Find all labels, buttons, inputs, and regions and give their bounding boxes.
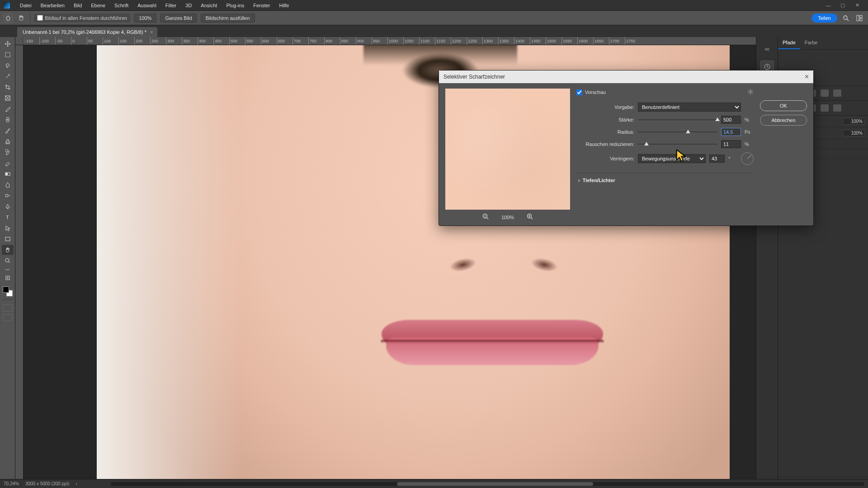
noise-input[interactable] — [721, 140, 741, 148]
history-brush-tool[interactable] — [2, 147, 14, 157]
home-icon[interactable] — [4, 14, 13, 23]
menu-filter[interactable]: Filter — [161, 3, 181, 8]
ruler-tick: 200 — [134, 37, 150, 45]
lasso-tool[interactable] — [2, 61, 14, 70]
horizontal-ruler[interactable]: -150-100-5005010015020025030035040045050… — [24, 37, 756, 45]
brush-tool[interactable] — [2, 126, 14, 136]
marquee-tool[interactable] — [2, 50, 14, 60]
menu-ebene[interactable]: Ebene — [86, 3, 110, 8]
opacity-input[interactable] — [843, 118, 864, 125]
healing-tool[interactable] — [2, 115, 14, 125]
gradient-tool[interactable] — [2, 169, 14, 179]
tool-more-icon[interactable]: ••• — [5, 267, 9, 272]
fit-screen-button[interactable]: Ganzes Bild — [160, 14, 197, 23]
zoom-100-button[interactable]: 100% — [134, 14, 156, 23]
window-maximize[interactable]: ▢ — [835, 2, 850, 8]
hand-tool-icon[interactable] — [16, 13, 26, 23]
dialog-preview[interactable] — [445, 89, 570, 210]
zoom-out-icon[interactable] — [482, 213, 489, 221]
ruler-origin[interactable] — [15, 37, 24, 45]
angle-dial[interactable] — [741, 152, 754, 165]
fx-icon[interactable] — [821, 89, 829, 97]
menu-3d[interactable]: 3D — [181, 3, 196, 8]
hand-tool[interactable] — [2, 245, 14, 255]
remove-label: Verringern: — [576, 156, 634, 161]
blur-tool[interactable] — [2, 180, 14, 190]
tab-color[interactable]: Farbe — [800, 37, 822, 49]
status-doc-info[interactable]: 3000 x 5000 (300 ppi) — [25, 481, 69, 486]
scroll-all-windows-checkbox[interactable]: Bildlauf in allen Fenstern durchführen — [34, 14, 130, 22]
type-tool[interactable]: T — [2, 212, 14, 222]
angle-input[interactable] — [709, 155, 725, 163]
menu-hilfe[interactable]: Hilfe — [274, 3, 293, 8]
amount-input[interactable] — [721, 116, 741, 124]
dialog-settings-icon[interactable] — [747, 89, 754, 96]
wand-tool[interactable] — [2, 71, 14, 81]
menu-bild[interactable]: Bild — [69, 3, 86, 8]
more-icon[interactable] — [833, 104, 841, 112]
workspace-icon[interactable] — [854, 13, 864, 23]
radius-slider[interactable] — [638, 128, 717, 136]
svg-rect-13 — [5, 173, 8, 175]
status-chevron-icon[interactable]: › — [75, 481, 77, 486]
menu-bearbeiten[interactable]: Bearbeiten — [36, 3, 69, 8]
menu-schrift[interactable]: Schrift — [110, 3, 133, 8]
dialog-close-icon[interactable]: × — [805, 73, 809, 81]
path-select-tool[interactable] — [2, 223, 14, 233]
document-tab[interactable]: Unbenannt-1 bei 70,2% (girl-2406963 Kopi… — [17, 27, 157, 37]
move-tool[interactable] — [2, 39, 14, 49]
ruler-tick: 1700 — [609, 37, 625, 45]
menu-fenster[interactable]: Fenster — [249, 3, 274, 8]
status-bar: 70,24% 3000 x 5000 (300 ppi) › — [0, 479, 868, 488]
dialog-titlebar[interactable]: Selektiver Scharfzeichner × — [439, 70, 813, 83]
share-button[interactable]: Teilen — [811, 14, 837, 23]
screenmode-icon[interactable] — [3, 314, 13, 321]
zoom-in-icon[interactable] — [527, 213, 533, 221]
pen-tool[interactable] — [2, 202, 14, 211]
fill-input[interactable] — [843, 130, 864, 136]
crop-tool[interactable] — [2, 82, 14, 92]
edit-toolbar-icon[interactable] — [2, 273, 14, 283]
window-minimize[interactable]: — — [821, 3, 835, 8]
menu-ansicht[interactable]: Ansicht — [196, 3, 222, 8]
expander-label: Tiefen/Lichter — [583, 178, 615, 183]
preview-checkbox[interactable] — [576, 89, 582, 95]
ruler-tick: 1600 — [577, 37, 593, 45]
menu-datei[interactable]: Datei — [15, 3, 36, 8]
status-zoom[interactable]: 70,24% — [4, 481, 19, 486]
close-tab-icon[interactable]: × — [150, 29, 153, 35]
quickmask-icon[interactable] — [3, 304, 13, 311]
fill-screen-button[interactable]: Bildschirm ausfüllen — [201, 14, 255, 23]
adjust-icon[interactable] — [833, 89, 841, 97]
color-swatches[interactable] — [3, 286, 13, 296]
ruler-tick: 850 — [340, 37, 356, 45]
horizontal-scrollbar[interactable] — [111, 482, 864, 486]
noise-slider[interactable] — [638, 140, 717, 148]
preset-dropdown[interactable]: Benutzerdefiniert — [638, 103, 741, 112]
zoom-tool[interactable] — [2, 256, 14, 266]
radius-input[interactable] — [721, 128, 741, 136]
amount-label: Stärke: — [576, 117, 634, 122]
shadows-highlights-expander[interactable]: › Tiefen/Lichter — [576, 173, 754, 183]
menu-plug-ins[interactable]: Plug-ins — [222, 3, 249, 8]
expand-panels-icon[interactable]: « — [764, 45, 770, 52]
search-icon[interactable] — [841, 13, 851, 23]
eraser-tool[interactable] — [2, 158, 14, 168]
window-close[interactable]: ✕ — [850, 2, 864, 8]
eyedropper-tool[interactable] — [2, 104, 14, 114]
frame-tool[interactable] — [2, 93, 14, 103]
shape-tool[interactable] — [2, 234, 14, 244]
remove-dropdown[interactable]: Bewegungsunschärfe — [638, 154, 706, 163]
menubar: DateiBearbeitenBildEbeneSchriftAuswahlFi… — [0, 0, 868, 11]
warp-icon[interactable] — [821, 104, 829, 112]
vertical-ruler[interactable] — [15, 45, 24, 480]
app-logo — [4, 2, 10, 9]
stamp-tool[interactable] — [2, 136, 14, 146]
amount-slider[interactable] — [638, 116, 717, 124]
tab-paths[interactable]: Pfade — [778, 37, 800, 49]
menu-auswahl[interactable]: Auswahl — [133, 3, 161, 8]
cancel-button[interactable]: Abbrechen — [760, 115, 807, 126]
ruler-tick: 1500 — [546, 37, 561, 45]
ok-button[interactable]: OK — [760, 100, 807, 111]
dodge-tool[interactable] — [2, 191, 14, 201]
